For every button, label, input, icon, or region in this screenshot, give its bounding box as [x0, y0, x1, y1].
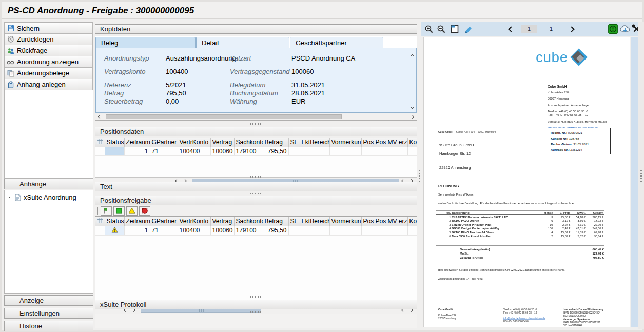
warning-button[interactable] [126, 206, 138, 216]
scroll-left-icon[interactable] [96, 114, 103, 120]
column-header[interactable]: Pos [374, 138, 386, 147]
column-header[interactable]: VertrKonto [178, 138, 210, 147]
change-documents-button[interactable]: Änderungsbelege [5, 68, 93, 79]
vertrag-link[interactable]: 100060 [212, 148, 233, 155]
status-badge-button[interactable] [607, 24, 618, 34]
column-header[interactable]: Zeitraum [124, 217, 150, 226]
people-icon [7, 47, 14, 54]
zoom-out-button[interactable] [436, 24, 447, 34]
column-header[interactable]: Kos [407, 217, 417, 226]
attachment-item-label: xSuite Anordnung [24, 193, 76, 201]
row-selector-cell[interactable] [95, 226, 105, 235]
highlighter-button[interactable] [462, 24, 474, 34]
scroll-right-icon[interactable] [409, 114, 416, 120]
column-header[interactable]: Pos [361, 138, 374, 147]
inquiry-button[interactable]: Rückfrage [5, 45, 93, 56]
tab-geschaeftspartner[interactable]: Geschäftspartner [290, 37, 383, 48]
column-header[interactable]: Pos [374, 217, 386, 226]
main-panel: Kopfdaten Beleg Detail Geschäftspartner … [95, 22, 417, 329]
column-header[interactable]: Kos [407, 138, 417, 147]
scroll-down-icon[interactable] [411, 101, 414, 110]
attachments-panel-header[interactable]: Anhänge [4, 179, 93, 189]
column-header[interactable]: Vertrag [210, 217, 234, 226]
approve-button[interactable] [113, 206, 125, 216]
pdf-vertical-scrollbar[interactable] [631, 37, 638, 327]
putback-button[interactable]: Zurücklegen [5, 34, 93, 45]
splitter-handle[interactable] [95, 172, 417, 181]
vertical-splitter[interactable] [417, 22, 421, 329]
column-header[interactable]: Pos [361, 217, 374, 226]
right-splitter[interactable] [638, 22, 644, 329]
sachkonto-link[interactable]: 179100 [236, 227, 257, 234]
column-header[interactable]: Status [105, 138, 124, 147]
field-label: Vertragskonto [104, 68, 166, 76]
display-order-button[interactable]: Anordnung anzeigen [5, 56, 93, 68]
betrag-cell: 795,50 [263, 147, 288, 155]
column-header[interactable]: St [288, 138, 300, 147]
scrollbar-thumb[interactable] [106, 114, 342, 119]
column-header[interactable]: Betrag [263, 217, 288, 226]
save-button[interactable]: Sichern [5, 23, 93, 34]
splitter-handle[interactable] [95, 192, 417, 196]
vertrkonto-link[interactable]: 100400 [180, 227, 200, 234]
invoice-item-row: 3Lerzen Ordner PP 80mm Pink102,27 €4,31 … [436, 223, 604, 227]
kopfdaten-hscrollbar[interactable] [95, 113, 417, 120]
splitter-handle[interactable] [95, 294, 417, 299]
column-header[interactable]: Vormerkung [329, 138, 361, 147]
panel-anzeige[interactable]: Anzeige [4, 295, 93, 306]
next-page-button[interactable] [566, 24, 577, 34]
vertrag-link[interactable]: 100060 [212, 227, 233, 234]
gpartner-link[interactable]: 71 [152, 148, 159, 155]
column-header[interactable]: FktBereich [300, 217, 329, 226]
column-header[interactable]: Betrag [263, 138, 288, 147]
protokoll-header: xSuite Protokoll [95, 300, 417, 309]
column-header[interactable]: FktBereich [300, 138, 329, 147]
column-header[interactable]: GPartner [150, 138, 178, 147]
zoom-in-button[interactable] [423, 24, 435, 34]
sachkonto-link[interactable]: 179100 [236, 148, 257, 155]
splitter-handle[interactable] [95, 310, 417, 314]
grid-header-row: Status Zeitraum GPartner VertrKonto Vert… [95, 138, 417, 147]
total-value: 795,50 € [593, 256, 604, 260]
panel-anzeige-label: Anzeige [19, 297, 44, 304]
create-attachment-button[interactable]: Anhang anlegen [5, 79, 93, 90]
column-header[interactable]: Sachkonto [234, 217, 263, 226]
download-button[interactable] [619, 24, 631, 34]
total-value: 668,49 € [593, 247, 604, 251]
column-header[interactable]: GPartner [150, 217, 178, 226]
scroll-up-icon[interactable] [411, 50, 414, 60]
grid-settings-icon[interactable] [95, 138, 105, 147]
panel-historie[interactable]: Historie [4, 321, 93, 331]
column-header[interactable]: Vertrag [210, 138, 234, 147]
application-window: PS-CD Anordnung - Freigabe : 30000000009… [0, 0, 644, 332]
panel-einstellungen[interactable]: Einstellungen [4, 308, 93, 319]
meta-value: 0305/2021 [568, 131, 582, 135]
attachment-list-item[interactable]: xSuite Anordnung [7, 193, 91, 201]
column-header[interactable]: Sachkonto [234, 138, 263, 147]
release-flag-button[interactable] [101, 206, 112, 216]
splitter-handle[interactable] [95, 122, 417, 126]
table-row[interactable]: 1 71 100400 100060 179100 795,50 [95, 147, 417, 155]
column-header[interactable]: MV erz. [386, 217, 407, 226]
fit-page-button[interactable] [449, 24, 460, 34]
column-header[interactable]: Zeitraum [124, 138, 150, 147]
grid-settings-icon[interactable] [95, 217, 105, 226]
column-header[interactable]: St [288, 217, 300, 226]
page-number-input[interactable]: 1 [521, 25, 537, 33]
tab-beleg[interactable]: Beleg [95, 37, 196, 48]
vertrkonto-link[interactable]: 100400 [180, 148, 200, 155]
previous-page-button[interactable] [505, 24, 517, 34]
column-header[interactable]: Vormerkung [329, 217, 361, 226]
column-header[interactable]: Status [105, 217, 124, 226]
attachments-header-label: Anhänge [19, 180, 46, 188]
field-label: Referenz [104, 81, 166, 89]
row-selector-cell[interactable] [95, 147, 105, 155]
column-header[interactable]: MV erz. [386, 138, 407, 147]
column-header[interactable]: VertrKonto [178, 217, 210, 226]
tab-detail[interactable]: Detail [196, 37, 289, 48]
reject-button[interactable] [139, 206, 150, 216]
field-value: 5/2021 [166, 81, 230, 89]
highlighter-pen-icon [463, 25, 473, 33]
gpartner-link[interactable]: 71 [152, 227, 159, 234]
table-row[interactable]: 1 71 100400 100060 179100 795,50 [95, 226, 417, 235]
